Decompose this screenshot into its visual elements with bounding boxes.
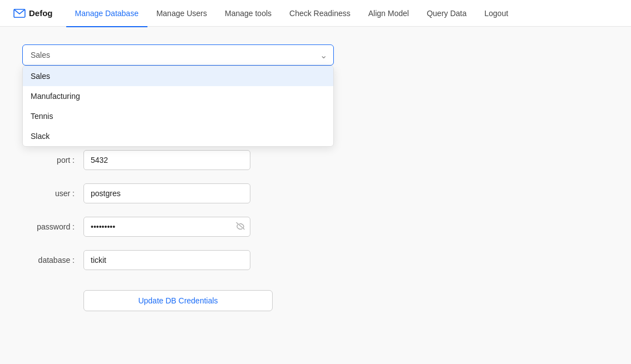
update-db-credentials-button[interactable]: Update DB Credentials xyxy=(83,290,273,311)
defog-logo-icon xyxy=(13,8,26,18)
database-input[interactable] xyxy=(83,250,250,270)
main-content: Sales ⌄ Sales Manufacturing Tennis Slack… xyxy=(0,27,390,342)
user-label: user : xyxy=(22,189,83,198)
update-btn-row: Update DB Credentials xyxy=(83,283,367,311)
navbar: Defog Manage Database Manage Users Manag… xyxy=(0,0,631,27)
nav-item-check-readiness[interactable]: Check Readiness xyxy=(280,1,359,27)
db-selector-wrapper: Sales ⌄ Sales Manufacturing Tennis Slack xyxy=(22,44,334,66)
port-row: port : xyxy=(22,150,367,170)
nav-item-manage-tools[interactable]: Manage tools xyxy=(216,1,280,27)
dropdown-item-manufacturing[interactable]: Manufacturing xyxy=(23,86,333,106)
db-selector[interactable]: Sales xyxy=(22,44,334,66)
nav-item-manage-database[interactable]: Manage Database xyxy=(66,1,147,27)
nav-item-query-data[interactable]: Query Data xyxy=(418,1,476,27)
dropdown-item-sales[interactable]: Sales xyxy=(23,66,333,86)
password-input-wrapper xyxy=(83,217,250,237)
user-input[interactable] xyxy=(83,183,250,203)
dropdown-item-slack[interactable]: Slack xyxy=(23,126,333,146)
dropdown-item-tennis[interactable]: Tennis xyxy=(23,106,333,126)
database-label: database : xyxy=(22,256,83,265)
password-label: password : xyxy=(22,222,83,231)
nav-item-logout[interactable]: Logout xyxy=(476,1,517,27)
password-row: password : xyxy=(22,217,367,237)
db-selector-value: Sales xyxy=(31,51,50,59)
nav-item-manage-users[interactable]: Manage Users xyxy=(147,1,216,27)
nav-item-align-model[interactable]: Align Model xyxy=(359,1,418,27)
nav-logo-text: Defog xyxy=(29,8,53,18)
port-input[interactable] xyxy=(83,150,250,170)
eye-slash-icon[interactable] xyxy=(236,222,245,232)
user-row: user : xyxy=(22,183,367,203)
db-dropdown-list: Sales Manufacturing Tennis Slack xyxy=(22,66,334,147)
password-input[interactable] xyxy=(83,217,250,237)
port-label: port : xyxy=(22,156,83,164)
database-row: database : xyxy=(22,250,367,270)
nav-logo[interactable]: Defog xyxy=(13,8,53,18)
